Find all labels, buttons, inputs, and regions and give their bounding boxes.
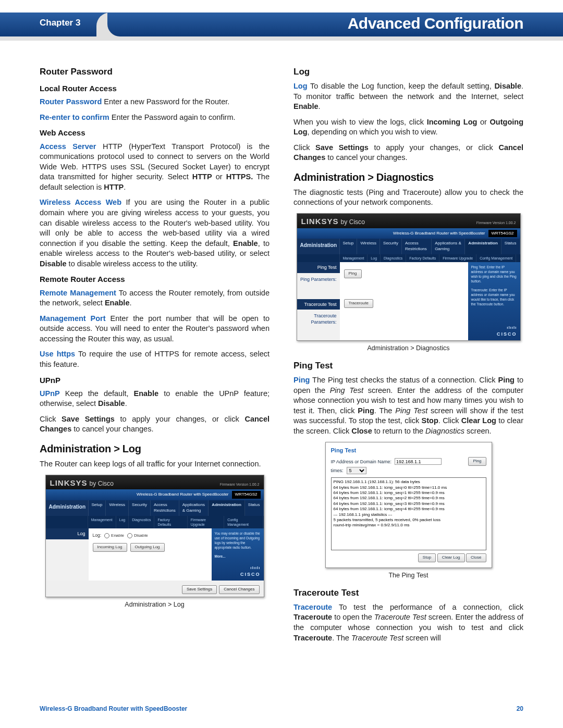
radio-enable[interactable]: Enable <box>104 533 124 539</box>
heading-remote-router-access: Remote Router Access <box>40 274 270 285</box>
cisco-logo: CISCO <box>240 572 261 577</box>
screenshot-ping-test: Ping Test IP Address or Domain Name: Pin… <box>325 442 492 568</box>
radio-disable[interactable]: Disable <box>127 533 148 539</box>
footer-title: Wireless-G Broadband Router with SpeedBo… <box>40 705 187 712</box>
tab-setup[interactable]: Setup <box>89 500 106 516</box>
times-label: times: <box>331 467 344 474</box>
heading-ping-test: Ping Test <box>293 360 523 372</box>
right-column: Log Log To disable the Log function, kee… <box>293 61 523 648</box>
cisco-bars-icon: ılıılı <box>240 565 261 571</box>
heading-admin-log: Administration > Log <box>40 442 270 456</box>
para-remote-management: Remote Management To access the Router r… <box>40 288 270 309</box>
subtab-log[interactable]: Log <box>116 516 129 529</box>
log-label: Log: <box>93 533 102 538</box>
subtab-diagnostics[interactable]: Diagnostics <box>381 254 406 262</box>
outgoing-log-button[interactable]: Outgoing Log <box>130 543 165 552</box>
para-ping: Ping The Ping test checks the status of … <box>293 375 523 436</box>
tab-wireless[interactable]: Wireless <box>357 239 380 254</box>
stop-button[interactable]: Stop <box>418 553 436 562</box>
para-use-https: Use https To require the use of HTTPS fo… <box>40 349 270 369</box>
ping-button[interactable]: Ping <box>344 269 362 278</box>
heading-log: Log <box>293 66 523 78</box>
ping-log: PING 192.168.1.1 (192.168.1.1): 56 data … <box>331 477 486 550</box>
traceroute-button[interactable]: Traceroute <box>344 299 373 308</box>
page-content: Router Password Local Router Access Rout… <box>0 45 563 648</box>
heading-router-password: Router Password <box>40 66 270 78</box>
tab-wireless[interactable]: Wireless <box>106 500 129 516</box>
subtab-config-management[interactable]: Config Management <box>476 254 516 262</box>
page-title: Advanced Configuration <box>348 15 523 32</box>
page-number: 20 <box>517 705 523 712</box>
subtab-config-management[interactable]: Config Management <box>224 516 263 529</box>
caption-admin-diagnostics: Administration > Diagnostics <box>293 344 523 353</box>
screenshot-admin-diagnostics: LINKSYS by Cisco Firmware Version 1.00.2… <box>297 213 521 341</box>
help-traceroute: Traceroute: Enter the IP address or doma… <box>471 288 517 306</box>
tab-applications-gaming[interactable]: Applications & Gaming <box>432 239 465 254</box>
heading-local-router-access: Local Router Access <box>40 83 270 94</box>
ping-test-title: Ping Test <box>331 447 486 454</box>
tab-administration[interactable]: Administration <box>209 500 244 516</box>
close-button[interactable]: Close <box>466 553 486 562</box>
para-diagnostics: The diagnostic tests (Ping and Tracerout… <box>293 188 523 208</box>
tab-security[interactable]: Security <box>129 500 151 516</box>
section-label: Administration <box>46 500 89 516</box>
para-traceroute: Traceroute To test the performance of a … <box>293 602 523 643</box>
more-link[interactable]: More... <box>215 554 226 558</box>
cancel-changes-button[interactable]: Cancel Changes <box>219 585 259 594</box>
para-log: Log To disable the Log function, keep th… <box>293 81 523 112</box>
incoming-log-button[interactable]: Incoming Log <box>93 543 127 552</box>
subtab-firmware-upgrade[interactable]: Firmware Upgrade <box>439 254 476 262</box>
para-router-password: Router Password Enter a new Password for… <box>40 97 270 107</box>
para-admin-log: The Router can keep logs of all traffic … <box>40 459 270 470</box>
tab-status[interactable]: Status <box>501 239 520 254</box>
screenshot-admin-log: LINKSYS by Cisco Firmware Version 1.00.2… <box>45 475 264 598</box>
subtab-factory-defaults[interactable]: Factory Defaults <box>406 254 439 262</box>
para-upnp: UPnP Keep the default, Enable to enable … <box>40 389 270 409</box>
subtab-diagnostics[interactable]: Diagnostics <box>129 516 154 529</box>
caption-ping-test: The Ping Test <box>293 571 523 580</box>
chapter-label: Chapter 3 <box>40 18 80 28</box>
para-management-port: Management Port Enter the port number th… <box>40 314 270 344</box>
para-save-changes-2: Click Save Settings to apply your change… <box>293 143 523 163</box>
ip-label: IP Address or Domain Name: <box>331 459 391 465</box>
save-settings-button[interactable]: Save Settings <box>182 585 217 594</box>
times-select[interactable]: 5 <box>347 467 366 474</box>
tab-access-restrictions[interactable]: Access Restrictions <box>402 239 432 254</box>
page-footer: Wireless-G Broadband Router with SpeedBo… <box>40 705 523 712</box>
tab-access-restrictions[interactable]: Access Restrictions <box>151 500 179 516</box>
help-ping: Ping Test: Enter the IP address or domai… <box>471 265 517 283</box>
heading-web-access: Web Access <box>40 128 270 138</box>
subtab-factory-defaults[interactable]: Factory Defaults <box>154 516 187 529</box>
heading-admin-diagnostics: Administration > Diagnostics <box>293 170 523 184</box>
para-view-logs: When you wish to view the logs, click In… <box>293 117 523 138</box>
subtab-management[interactable]: Management <box>340 254 368 262</box>
clear-log-button[interactable]: Clear Log <box>437 553 465 562</box>
tab-security[interactable]: Security <box>380 239 402 254</box>
para-save-changes-1: Click Save Settings to apply your change… <box>40 414 270 435</box>
help-text: You may enable or disable the use of Inc… <box>215 532 261 550</box>
para-reenter: Re-enter to confirm Enter the Password a… <box>40 113 270 123</box>
left-column: Router Password Local Router Access Rout… <box>40 61 270 648</box>
brand-logo: LINKSYS <box>50 478 88 487</box>
ping-run-button[interactable]: Ping <box>468 457 486 466</box>
heading-upnp: UPnP <box>40 375 270 386</box>
subtab-firmware-upgrade[interactable]: Firmware Upgrade <box>188 516 224 529</box>
ip-input[interactable] <box>395 458 442 465</box>
subtab-management[interactable]: Management <box>88 516 116 529</box>
tab-setup[interactable]: Setup <box>340 239 358 254</box>
caption-admin-log: Administration > Log <box>40 600 270 609</box>
tab-administration[interactable]: Administration <box>465 239 501 254</box>
page-header: Chapter 3 Advanced Configuration <box>0 13 563 45</box>
subtab-log[interactable]: Log <box>368 254 381 262</box>
para-access-server: Access Server HTTP (HyperText Transport … <box>40 142 270 193</box>
para-wireless-access-web: Wireless Access Web If you are using the… <box>40 198 270 269</box>
tab-applications-gaming[interactable]: Applications & Gaming <box>179 500 209 516</box>
tab-status[interactable]: Status <box>245 500 264 516</box>
firmware-version: Firmware Version 1.00.2 <box>220 482 260 487</box>
heading-traceroute-test: Traceroute Test <box>293 587 523 599</box>
